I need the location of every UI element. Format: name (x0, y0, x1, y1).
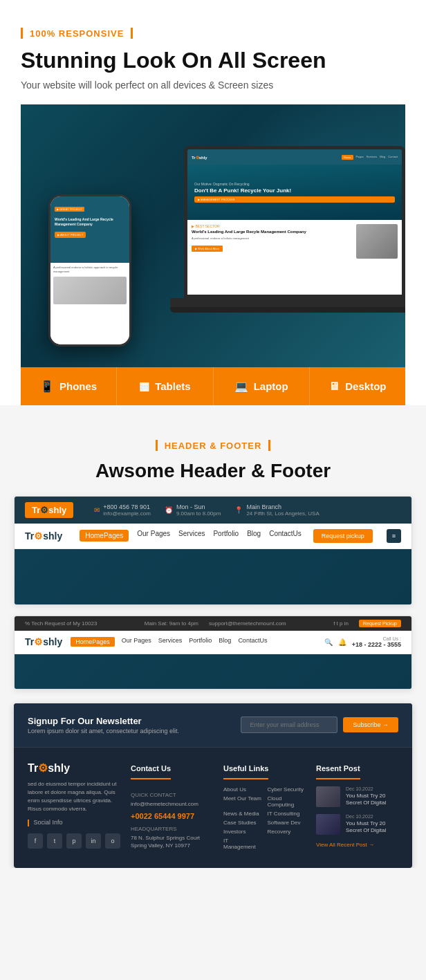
laptop-hero-btn: ▶ MANAGEMENT PROCESS (194, 196, 395, 203)
hp2-nav-blog[interactable]: Blog (219, 637, 231, 647)
fp-instagram-icon[interactable]: o (105, 833, 120, 849)
fp-post-1-date: Dec 10,2022 (346, 786, 398, 791)
hf-badge-bar-left (156, 440, 158, 451)
hp2-topbar-support: support@themetechmount.com (209, 620, 286, 627)
fp-newsletter-text: Signup For Our Newsletter Lorem ipsum do… (28, 716, 179, 734)
fp-post-2-title: You Must Try 20 Secret Of Digital (346, 820, 398, 835)
laptop-screen-inner: Tr⚙shly Home Pages Services Blog Contact… (187, 149, 402, 295)
hp2-nav-services[interactable]: Services (158, 637, 183, 647)
laptop-hero: Our Motive: Dogmatic On Recycling Don't … (187, 165, 402, 220)
footer-preview: Signup For Our Newsletter Lorem ipsum do… (14, 703, 412, 868)
fp-link-investors[interactable]: Investors (223, 829, 262, 835)
hp1-logo-box: Tr⚙shly (25, 502, 73, 518)
fp-link-itmanagement[interactable]: IT Management (223, 838, 262, 850)
laptop-screen-outer: Tr⚙shly Home Pages Services Blog Contact… (184, 146, 405, 298)
responsive-subtitle: Your website will look perfect on all de… (21, 80, 405, 91)
hp2-topbar-turn: Main Sat: 9am to 4pm (145, 620, 198, 627)
hp1-nav-services[interactable]: Services (178, 530, 205, 542)
hp1-email-item: ✉ +800 456 78 901 info@example.com (94, 503, 151, 517)
laptop-nav-blog: Blog (380, 155, 385, 160)
location-icon: 📍 (234, 506, 243, 514)
responsive-badge: 100% RESPONSIVE (30, 28, 124, 39)
hp2-search-icon[interactable]: 🔍 (324, 638, 333, 646)
hp1-nav-links: HomePages Our Pages Services Portfolio B… (80, 530, 302, 542)
fp-facebook-icon[interactable]: f (28, 833, 43, 849)
tablets-label: Tablets (155, 380, 190, 392)
laptop-nav-item[interactable]: 💻 Laptop (214, 367, 310, 405)
fp-email-input[interactable] (241, 716, 337, 733)
fp-linkedin-icon[interactable]: in (86, 833, 101, 849)
fp-post-2-img (316, 814, 340, 835)
laptop-content-title: World's Leading And Large Recyle Managem… (192, 230, 352, 235)
responsive-title: Stunning Look On All Screen (21, 48, 405, 73)
tablet-icon: ▦ (139, 380, 149, 393)
fp-twitter-icon[interactable]: t (47, 833, 62, 849)
fp-hq-label: Headquarters (131, 826, 213, 832)
laptop-nav-pages: Pages (356, 155, 364, 160)
fp-contact-phone: +0022 65444 9977 (131, 812, 213, 820)
device-nav-bar: 📱 Phones ▦ Tablets 💻 Laptop 🖥 Desktop (21, 367, 405, 405)
fp-subscribe-btn[interactable]: Subscribe → (343, 717, 398, 732)
fp-link-itconsulting[interactable]: IT Consulting (268, 811, 306, 817)
hp2-bell-icon[interactable]: 🔔 (338, 638, 346, 646)
social-bar (28, 820, 29, 826)
hp2-nav-pages[interactable]: Our Pages (122, 637, 151, 647)
hp1-logo-text: Tr⚙shly (32, 505, 66, 515)
fp-links-title: Useful Links (223, 764, 268, 779)
hp2-call-box: Call Us : +18 - 2222 - 3555 (352, 636, 401, 648)
hp1-hours-2: 9.00am to 8.00pm (176, 510, 221, 517)
phone-screen: ▶ GREAT PROJECT World's Leading And Larg… (50, 196, 129, 344)
fp-link-news[interactable]: News & Media (223, 811, 262, 817)
desktop-nav-item[interactable]: 🖥 Desktop (310, 367, 405, 405)
hp1-cta-btn[interactable]: Request pickup (313, 529, 373, 543)
fp-post-1-content: Dec 10,2022 You Must Try 20 Secret Of Di… (346, 786, 398, 807)
fp-link-cloud[interactable]: Cloud Computing (268, 795, 306, 808)
tablets-nav-item[interactable]: ▦ Tablets (117, 367, 213, 405)
fp-logo: Tr⚙shly (28, 761, 120, 775)
fp-link-case[interactable]: Case Studies (223, 820, 262, 826)
phones-label: Phones (59, 380, 97, 392)
hp2-nav-links: HomePages Our Pages Services Portfolio B… (71, 637, 267, 647)
hp2-nav-home[interactable]: HomePages (71, 637, 115, 647)
hp1-nav-blog[interactable]: Blog (247, 530, 261, 542)
fp-post-2-img-inner (316, 814, 340, 835)
fp-link-recovery[interactable]: Recovery (268, 829, 306, 835)
laptop-hero-tag: Our Motive: Dogmatic On Recycling (194, 182, 395, 186)
desktop-label: Desktop (345, 380, 386, 392)
fp-link-softwaredev[interactable]: Software Dev (268, 820, 306, 826)
hp1-nav-home[interactable]: HomePages (80, 530, 129, 542)
laptop-hero-text: Don't Be A Punk! Recycle Your Junk! (194, 187, 395, 194)
phone-cta: ▶ ABOUT PROJECT (55, 232, 86, 238)
hp2-call-number: +18 - 2222 - 3555 (352, 641, 401, 648)
hp1-cta-icon[interactable]: ≡ (387, 529, 401, 543)
phones-nav-item[interactable]: 📱 Phones (21, 367, 117, 405)
hp1-nav-contact[interactable]: ContactUs (269, 530, 302, 542)
hp1-nav-pages[interactable]: Our Pages (137, 530, 170, 542)
hp2-topbar-social: f t p in (333, 620, 349, 627)
laptop-label: Laptop (254, 380, 288, 392)
phone-tag: ▶ GREAT PROJECT (55, 207, 84, 212)
fp-link-about[interactable]: About Us (223, 786, 262, 793)
hp1-nav-portfolio[interactable]: Portfolio (213, 530, 239, 542)
hp1-navbar: Tr⚙shly HomePages Our Pages Services Por… (15, 524, 411, 549)
hp2-nav-contact[interactable]: ContactUs (238, 637, 267, 647)
hp1-location-1: Main Branch (246, 503, 319, 510)
fp-contact-address: 78 N. Sulphur Springs Court Spring Valle… (131, 834, 213, 849)
fp-pinterest-icon[interactable]: p (66, 833, 82, 849)
hp2-nav-portfolio[interactable]: Portfolio (189, 637, 212, 647)
fp-view-all[interactable]: View All Recent Post → (316, 842, 398, 848)
fp-link-list: About Us Cyber Security Meet Our Team Cl… (223, 786, 306, 850)
hp2-topbar-btn[interactable]: Request Pickup (359, 620, 401, 627)
fp-post-2: Dec 10,2022 You Must Try 20 Secret Of Di… (316, 814, 398, 835)
fp-main: Tr⚙shly sed do eiusmod tempor incididunt… (14, 748, 412, 868)
badge-bar-right (131, 28, 133, 39)
fp-link-team[interactable]: Meet Our Team (223, 795, 262, 808)
fp-post-1-title: You Must Try 20 Secret Of Digital (346, 793, 398, 807)
hp1-hero (15, 549, 411, 604)
hp1-nav-logo: Tr⚙shly (25, 530, 62, 542)
hf-badge-bar-right (268, 440, 270, 451)
fp-contact-title: Contact Us (131, 764, 171, 779)
laptop-nav: Tr⚙shly Home Pages Services Blog Contact (187, 149, 402, 165)
fp-link-cyber[interactable]: Cyber Security (268, 786, 306, 793)
hp1-location-2: 24 Fifth St, Los Angeles, USA (246, 510, 319, 517)
